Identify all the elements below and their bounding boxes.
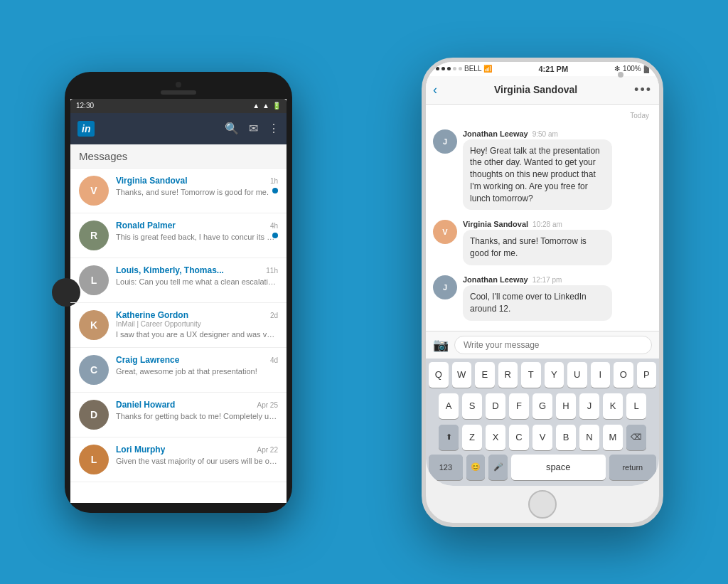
key-a[interactable]: A	[439, 393, 459, 419]
android-camera	[176, 82, 181, 87]
list-item[interactable]: LLouis, Kimberly, Thomas...11hLouis: Can…	[70, 258, 287, 303]
message-header: Virginia Sandoval1h	[116, 176, 278, 186]
list-item[interactable]: DDaniel HowardApr 25Thanks for getting b…	[70, 393, 287, 437]
list-item[interactable]: VVirginia Sandoval1hThanks, and sure! To…	[70, 169, 287, 213]
chat-avatar: J	[433, 275, 457, 299]
wifi-icon: 📶	[483, 65, 492, 73]
key-i[interactable]: I	[591, 362, 611, 388]
signal-dot-3	[447, 67, 451, 70]
key-n[interactable]: N	[579, 425, 599, 450]
key-p[interactable]: P	[637, 362, 657, 388]
message-subject: InMail | Career Opportunity	[116, 320, 278, 328]
signal-dot-2	[441, 67, 445, 70]
battery-label: 100%	[623, 65, 641, 73]
unread-indicator	[272, 233, 278, 238]
key-h[interactable]: H	[556, 393, 576, 419]
message-sender: Ronald Palmer	[116, 221, 176, 230]
key-e[interactable]: E	[475, 362, 495, 388]
home-button[interactable]	[528, 490, 557, 519]
list-item[interactable]: RRonald Palmer4hThis is great feed back,…	[70, 213, 287, 258]
message-input[interactable]	[454, 336, 652, 354]
list-item[interactable]: CCraig Lawrence4dGreat, awesome job at t…	[70, 348, 287, 393]
chat-bubble: Thanks, and sure! Tomorrow is good for m…	[463, 230, 612, 265]
chat-message: JJonathan Leeway9:50 amHey! Great talk a…	[433, 129, 652, 211]
emoji-key[interactable]: 😊	[466, 455, 486, 480]
mic-key[interactable]: 🎤	[488, 455, 508, 480]
avatar: D	[79, 400, 109, 430]
android-nav-bar: in 🔍 ✉ ⋮	[70, 113, 287, 144]
message-sender: Craig Lawrence	[116, 355, 179, 365]
ios-status-left: BELL 📶	[436, 65, 492, 73]
more-icon[interactable]: ⋮	[268, 122, 279, 135]
android-phone: 12:30 ▲ ▲ 🔋 in 🔍 ✉ ⋮ Messages VVirginia …	[65, 72, 292, 513]
shift-key[interactable]: ⬆	[439, 425, 459, 450]
key-f[interactable]: F	[509, 393, 529, 419]
message-time: Apr 22	[257, 446, 278, 454]
key-s[interactable]: S	[462, 393, 482, 419]
android-status-bar: 12:30 ▲ ▲ 🔋	[70, 99, 287, 113]
list-item[interactable]: LLori MurphyApr 22Given the vast majorit…	[70, 437, 287, 482]
key-v[interactable]: V	[532, 425, 552, 450]
search-icon[interactable]: 🔍	[225, 122, 239, 135]
key-o[interactable]: O	[614, 362, 633, 388]
chat-sender-name: Virginia Sandoval	[463, 220, 528, 228]
chat-message: VVirginia Sandoval10:28 amThanks, and su…	[433, 220, 652, 265]
keyboard-bottom-row: 123😊🎤spacereturn	[426, 452, 659, 486]
key-u[interactable]: U	[567, 362, 587, 388]
message-header: Louis, Kimberly, Thomas...11h	[116, 265, 278, 275]
ios-camera-dot	[618, 72, 623, 78]
camera-icon[interactable]: 📷	[433, 337, 449, 353]
wifi-icon: ▲	[262, 102, 269, 110]
key-c[interactable]: C	[509, 425, 529, 450]
signal-dot-1	[436, 67, 439, 70]
message-time: 4h	[270, 222, 278, 230]
message-time: 2d	[270, 312, 278, 319]
message-time: Apr 25	[257, 401, 278, 409]
sender-row: Jonathan Leeway12:17 pm	[463, 275, 612, 284]
key-d[interactable]: D	[486, 393, 505, 419]
list-item[interactable]: KKatherine Gordon2dInMail | Career Oppor…	[70, 303, 287, 348]
ios-phone: BELL 📶 4:21 PM ✻ 100% ▓ ‹ Virginia Sando…	[422, 58, 663, 527]
key-j[interactable]: J	[579, 393, 599, 419]
key-g[interactable]: G	[532, 393, 552, 419]
chat-message: JJonathan Leeway12:17 pmCool, I'll come …	[433, 275, 652, 321]
compose-icon[interactable]: ✉	[249, 122, 258, 135]
key-b[interactable]: B	[556, 425, 576, 450]
key-x[interactable]: X	[486, 425, 505, 450]
return-key[interactable]: return	[609, 455, 656, 480]
signal-dot-5	[459, 67, 462, 70]
signal-icon: ▲	[252, 102, 259, 110]
more-button[interactable]: •••	[634, 83, 652, 97]
date-separator: Today	[433, 112, 652, 120]
android-nav-icons: 🔍 ✉ ⋮	[225, 122, 279, 135]
message-time: 11h	[266, 267, 278, 275]
message-preview: Thanks for getting back to me! Completel…	[116, 411, 278, 421]
chat-bubble: Hey! Great talk at the presentation the …	[463, 139, 612, 211]
bubble-wrap: Virginia Sandoval10:28 amThanks, and sur…	[463, 220, 612, 265]
message-time: 4d	[270, 356, 278, 364]
key-q[interactable]: Q	[429, 362, 449, 388]
message-content: Virginia Sandoval1hThanks, and sure! Tom…	[116, 176, 278, 197]
keyboard-row-3: ⬆ZXCVBNM⌫	[426, 421, 659, 452]
avatar: R	[79, 221, 109, 250]
num-key[interactable]: 123	[429, 455, 463, 480]
key-m[interactable]: M	[603, 425, 623, 450]
key-k[interactable]: K	[603, 393, 623, 419]
key-w[interactable]: W	[452, 362, 472, 388]
message-content: Craig Lawrence4dGreat, awesome job at th…	[116, 355, 278, 376]
ios-input-area: 📷	[426, 331, 659, 359]
message-content: Lori MurphyApr 22Given the vast majority…	[116, 445, 278, 466]
ios-phone-inner: BELL 📶 4:21 PM ✻ 100% ▓ ‹ Virginia Sando…	[426, 62, 659, 486]
message-preview: Thanks, and sure! Tomorrow is good for m…	[116, 187, 278, 197]
key-r[interactable]: R	[498, 362, 518, 388]
key-z[interactable]: Z	[462, 425, 482, 450]
key-l[interactable]: L	[626, 393, 646, 419]
delete-key[interactable]: ⌫	[626, 425, 646, 450]
chat-sender-name: Jonathan Leeway	[463, 129, 528, 138]
message-preview: Given the vast majority of our users wil…	[116, 456, 278, 466]
linkedin-logo: in	[77, 121, 95, 137]
space-key[interactable]: space	[511, 455, 606, 480]
key-t[interactable]: T	[521, 362, 541, 388]
unread-indicator	[272, 188, 278, 193]
key-y[interactable]: Y	[545, 362, 564, 388]
